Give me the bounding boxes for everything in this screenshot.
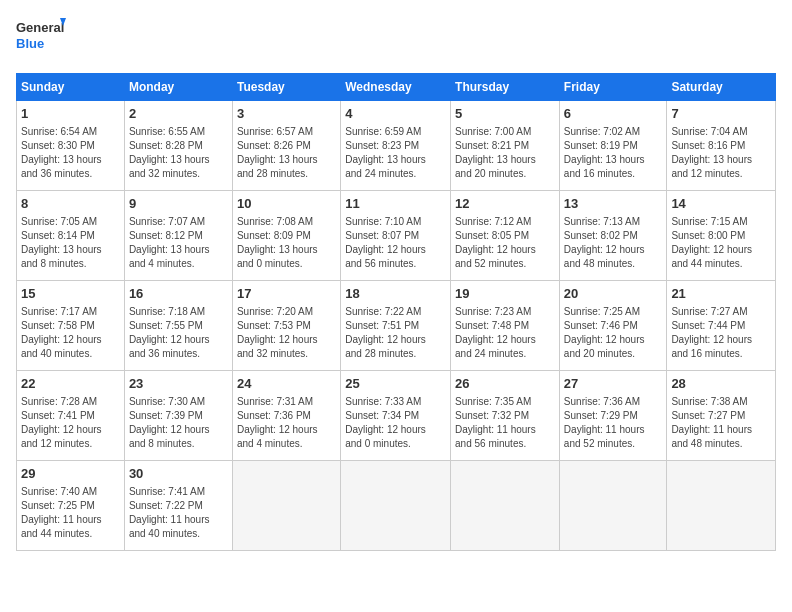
- weekday-header: Saturday: [667, 74, 776, 101]
- day-number: 11: [345, 195, 446, 213]
- day-info: Sunrise: 7:38 AMSunset: 7:27 PMDaylight:…: [671, 395, 771, 451]
- day-number: 25: [345, 375, 446, 393]
- calendar-day-cell: 5Sunrise: 7:00 AMSunset: 8:21 PMDaylight…: [451, 101, 560, 191]
- calendar-week-row: 15Sunrise: 7:17 AMSunset: 7:58 PMDayligh…: [17, 281, 776, 371]
- day-info: Sunrise: 7:07 AMSunset: 8:12 PMDaylight:…: [129, 215, 228, 271]
- day-number: 18: [345, 285, 446, 303]
- calendar-day-cell: 4Sunrise: 6:59 AMSunset: 8:23 PMDaylight…: [341, 101, 451, 191]
- calendar-day-cell: [559, 461, 667, 551]
- calendar-day-cell: 15Sunrise: 7:17 AMSunset: 7:58 PMDayligh…: [17, 281, 125, 371]
- calendar-day-cell: 26Sunrise: 7:35 AMSunset: 7:32 PMDayligh…: [451, 371, 560, 461]
- calendar-day-cell: [232, 461, 340, 551]
- day-info: Sunrise: 7:05 AMSunset: 8:14 PMDaylight:…: [21, 215, 120, 271]
- day-number: 4: [345, 105, 446, 123]
- day-number: 28: [671, 375, 771, 393]
- day-info: Sunrise: 7:40 AMSunset: 7:25 PMDaylight:…: [21, 485, 120, 541]
- day-number: 6: [564, 105, 663, 123]
- day-number: 21: [671, 285, 771, 303]
- day-info: Sunrise: 7:18 AMSunset: 7:55 PMDaylight:…: [129, 305, 228, 361]
- day-info: Sunrise: 7:31 AMSunset: 7:36 PMDaylight:…: [237, 395, 336, 451]
- day-info: Sunrise: 7:35 AMSunset: 7:32 PMDaylight:…: [455, 395, 555, 451]
- day-info: Sunrise: 7:10 AMSunset: 8:07 PMDaylight:…: [345, 215, 446, 271]
- calendar-week-row: 22Sunrise: 7:28 AMSunset: 7:41 PMDayligh…: [17, 371, 776, 461]
- calendar-day-cell: 14Sunrise: 7:15 AMSunset: 8:00 PMDayligh…: [667, 191, 776, 281]
- day-info: Sunrise: 7:00 AMSunset: 8:21 PMDaylight:…: [455, 125, 555, 181]
- day-number: 19: [455, 285, 555, 303]
- day-info: Sunrise: 7:08 AMSunset: 8:09 PMDaylight:…: [237, 215, 336, 271]
- day-info: Sunrise: 7:22 AMSunset: 7:51 PMDaylight:…: [345, 305, 446, 361]
- svg-text:General: General: [16, 20, 64, 35]
- calendar-day-cell: 7Sunrise: 7:04 AMSunset: 8:16 PMDaylight…: [667, 101, 776, 191]
- logo-svg: General Blue: [16, 16, 66, 61]
- day-number: 16: [129, 285, 228, 303]
- day-info: Sunrise: 6:59 AMSunset: 8:23 PMDaylight:…: [345, 125, 446, 181]
- calendar-day-cell: 13Sunrise: 7:13 AMSunset: 8:02 PMDayligh…: [559, 191, 667, 281]
- day-number: 12: [455, 195, 555, 213]
- weekday-header: Wednesday: [341, 74, 451, 101]
- calendar-week-row: 1Sunrise: 6:54 AMSunset: 8:30 PMDaylight…: [17, 101, 776, 191]
- day-number: 9: [129, 195, 228, 213]
- calendar-day-cell: [341, 461, 451, 551]
- page-header: General Blue: [16, 16, 776, 61]
- day-info: Sunrise: 7:13 AMSunset: 8:02 PMDaylight:…: [564, 215, 663, 271]
- calendar-day-cell: 22Sunrise: 7:28 AMSunset: 7:41 PMDayligh…: [17, 371, 125, 461]
- day-number: 7: [671, 105, 771, 123]
- calendar-day-cell: 20Sunrise: 7:25 AMSunset: 7:46 PMDayligh…: [559, 281, 667, 371]
- calendar-day-cell: 12Sunrise: 7:12 AMSunset: 8:05 PMDayligh…: [451, 191, 560, 281]
- day-info: Sunrise: 7:12 AMSunset: 8:05 PMDaylight:…: [455, 215, 555, 271]
- day-number: 15: [21, 285, 120, 303]
- calendar-day-cell: 24Sunrise: 7:31 AMSunset: 7:36 PMDayligh…: [232, 371, 340, 461]
- day-number: 20: [564, 285, 663, 303]
- day-number: 22: [21, 375, 120, 393]
- day-info: Sunrise: 7:15 AMSunset: 8:00 PMDaylight:…: [671, 215, 771, 271]
- calendar-week-row: 8Sunrise: 7:05 AMSunset: 8:14 PMDaylight…: [17, 191, 776, 281]
- calendar-day-cell: 11Sunrise: 7:10 AMSunset: 8:07 PMDayligh…: [341, 191, 451, 281]
- calendar-day-cell: 25Sunrise: 7:33 AMSunset: 7:34 PMDayligh…: [341, 371, 451, 461]
- day-number: 24: [237, 375, 336, 393]
- calendar-day-cell: 8Sunrise: 7:05 AMSunset: 8:14 PMDaylight…: [17, 191, 125, 281]
- day-number: 13: [564, 195, 663, 213]
- calendar-day-cell: 3Sunrise: 6:57 AMSunset: 8:26 PMDaylight…: [232, 101, 340, 191]
- weekday-header: Monday: [124, 74, 232, 101]
- day-number: 23: [129, 375, 228, 393]
- day-number: 5: [455, 105, 555, 123]
- weekday-header: Thursday: [451, 74, 560, 101]
- calendar-day-cell: 1Sunrise: 6:54 AMSunset: 8:30 PMDaylight…: [17, 101, 125, 191]
- calendar-day-cell: 10Sunrise: 7:08 AMSunset: 8:09 PMDayligh…: [232, 191, 340, 281]
- calendar-day-cell: 23Sunrise: 7:30 AMSunset: 7:39 PMDayligh…: [124, 371, 232, 461]
- calendar-day-cell: [451, 461, 560, 551]
- calendar-day-cell: [667, 461, 776, 551]
- day-number: 3: [237, 105, 336, 123]
- day-number: 10: [237, 195, 336, 213]
- weekday-header-row: SundayMondayTuesdayWednesdayThursdayFrid…: [17, 74, 776, 101]
- svg-text:Blue: Blue: [16, 36, 44, 51]
- day-info: Sunrise: 7:17 AMSunset: 7:58 PMDaylight:…: [21, 305, 120, 361]
- day-number: 26: [455, 375, 555, 393]
- weekday-header: Tuesday: [232, 74, 340, 101]
- day-number: 27: [564, 375, 663, 393]
- day-info: Sunrise: 6:55 AMSunset: 8:28 PMDaylight:…: [129, 125, 228, 181]
- calendar-day-cell: 19Sunrise: 7:23 AMSunset: 7:48 PMDayligh…: [451, 281, 560, 371]
- day-info: Sunrise: 7:04 AMSunset: 8:16 PMDaylight:…: [671, 125, 771, 181]
- day-info: Sunrise: 7:41 AMSunset: 7:22 PMDaylight:…: [129, 485, 228, 541]
- day-number: 29: [21, 465, 120, 483]
- day-number: 17: [237, 285, 336, 303]
- calendar-day-cell: 27Sunrise: 7:36 AMSunset: 7:29 PMDayligh…: [559, 371, 667, 461]
- weekday-header: Sunday: [17, 74, 125, 101]
- day-info: Sunrise: 7:36 AMSunset: 7:29 PMDaylight:…: [564, 395, 663, 451]
- calendar-week-row: 29Sunrise: 7:40 AMSunset: 7:25 PMDayligh…: [17, 461, 776, 551]
- day-info: Sunrise: 7:33 AMSunset: 7:34 PMDaylight:…: [345, 395, 446, 451]
- day-info: Sunrise: 7:30 AMSunset: 7:39 PMDaylight:…: [129, 395, 228, 451]
- weekday-header: Friday: [559, 74, 667, 101]
- calendar-day-cell: 29Sunrise: 7:40 AMSunset: 7:25 PMDayligh…: [17, 461, 125, 551]
- day-number: 30: [129, 465, 228, 483]
- calendar-day-cell: 16Sunrise: 7:18 AMSunset: 7:55 PMDayligh…: [124, 281, 232, 371]
- calendar-day-cell: 21Sunrise: 7:27 AMSunset: 7:44 PMDayligh…: [667, 281, 776, 371]
- calendar-day-cell: 6Sunrise: 7:02 AMSunset: 8:19 PMDaylight…: [559, 101, 667, 191]
- day-info: Sunrise: 6:57 AMSunset: 8:26 PMDaylight:…: [237, 125, 336, 181]
- calendar-day-cell: 18Sunrise: 7:22 AMSunset: 7:51 PMDayligh…: [341, 281, 451, 371]
- calendar-day-cell: 9Sunrise: 7:07 AMSunset: 8:12 PMDaylight…: [124, 191, 232, 281]
- calendar-table: SundayMondayTuesdayWednesdayThursdayFrid…: [16, 73, 776, 551]
- calendar-day-cell: 17Sunrise: 7:20 AMSunset: 7:53 PMDayligh…: [232, 281, 340, 371]
- day-info: Sunrise: 7:27 AMSunset: 7:44 PMDaylight:…: [671, 305, 771, 361]
